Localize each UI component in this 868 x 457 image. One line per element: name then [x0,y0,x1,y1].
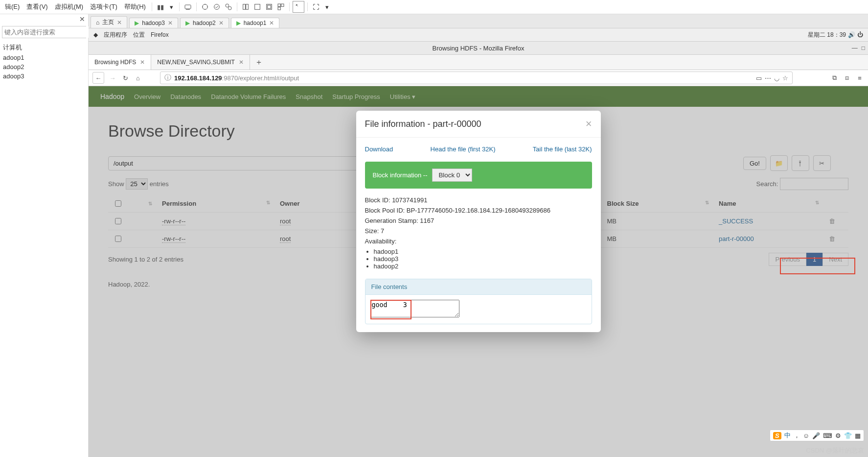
pocket-icon[interactable]: ◡ [774,74,779,82]
ime-face-icon[interactable]: ☺ [803,432,809,439]
tab-close-icon[interactable]: ✕ [168,20,173,26]
sidebar-tree: 计算机 adoop1 adoop2 adoop3 [0,40,88,83]
tab-label: hadoop1 [244,20,267,26]
firefox-newtab-icon[interactable]: ＋ [250,57,268,68]
bookmark-star-icon[interactable]: ☆ [782,74,788,82]
svg-rect-10 [278,4,280,6]
library-icon[interactable]: ⧈ [843,73,851,82]
tail-link[interactable]: Tail the file (last 32K) [533,145,592,153]
svg-rect-9 [268,5,271,9]
availability-node: hadoop3 [374,255,592,263]
nav-reload-icon[interactable]: ↻ [121,73,130,82]
gnome-volume-icon[interactable]: 🔊 [848,31,855,38]
tree-node[interactable]: adoop2 [3,62,85,72]
head-link[interactable]: Head the file (first 32K) [431,145,496,153]
ime-kb-icon[interactable]: ⌨ [823,432,832,439]
tab-close-icon[interactable]: ✕ [140,59,145,66]
svg-point-3 [226,4,229,7]
view-thumb-icon[interactable] [275,1,286,12]
gnome-apps-icon: ◆ [93,31,98,38]
firefox-tab[interactable]: NEW,NEW_SAVING,SUBMIT ✕ [151,55,250,70]
file-contents-panel: File contents good 3 [365,279,592,324]
modal-close-icon[interactable]: × [586,118,592,130]
svg-rect-5 [243,4,246,10]
vm-tab-hadoop2[interactable]: ▶ hadoop2 ✕ [180,18,229,28]
vm-tab-hadoop1[interactable]: ▶ hadoop1 ✕ [231,18,280,28]
file-contents-textarea[interactable]: good 3 [370,300,459,317]
file-contents-header: File contents [365,279,592,295]
nav-forward-icon[interactable]: → [108,73,117,82]
tab-close-icon[interactable]: ✕ [269,20,274,26]
ime-punc-icon[interactable]: ， [794,431,800,440]
window-minimize-icon[interactable]: — [852,45,858,51]
block-details: Block ID: 1073741991 Block Pool ID: BP-1… [365,196,592,270]
power-pause-icon[interactable]: ▮▮ [155,1,166,12]
snapshot-revert-icon[interactable] [211,1,222,12]
svg-rect-12 [278,7,280,10]
ime-grid-icon[interactable]: ▦ [855,432,861,439]
vm-tab-hadoop3[interactable]: ▶ hadoop3 ✕ [129,18,178,28]
tree-node[interactable]: adoop3 [3,72,85,81]
hamburger-menu-icon[interactable]: ≡ [855,73,864,82]
file-info-modal: File information - part-r-00000 × Downlo… [356,111,601,332]
ime-mic-icon[interactable]: 🎤 [812,432,820,439]
tab-close-icon[interactable]: ✕ [239,59,244,66]
snapshot-take-icon[interactable] [200,1,210,12]
gnome-power-icon[interactable]: ⏻ [857,31,863,38]
ime-toolbar[interactable]: S 中 ， ☺ 🎤 ⌨ ⚙ 👕 ▦ [770,430,864,441]
tree-node[interactable]: adoop1 [3,53,85,62]
window-maximize-icon[interactable]: □ [862,45,865,51]
nav-home-icon[interactable]: ⌂ [134,73,142,82]
menu-tabs[interactable]: 选项卡(T) [87,2,120,11]
menu-view[interactable]: 查看(V) [23,2,50,11]
reader-mode-icon[interactable]: ▭ [756,74,762,82]
availability-node: hadoop2 [374,263,592,270]
tab-label: Browsing HDFS [94,59,136,66]
download-link[interactable]: Download [365,145,393,153]
send-cad-icon[interactable] [183,1,193,12]
power-dropdown[interactable]: ▾ [167,3,176,11]
url-bar[interactable]: ⓘ 192.168.184.129:9870/explorer.html#/ou… [160,72,793,84]
sidebar-search[interactable]: ▾ [2,26,86,38]
sidebar-toggle-icon[interactable]: ⧉ [830,73,839,82]
view-unity-icon[interactable] [252,1,263,12]
vm-tab-home[interactable]: ⌂ 主页 ✕ [91,16,127,28]
vm-icon: ▶ [236,20,241,26]
page-actions-icon[interactable]: ⋯ [765,74,771,82]
block-select[interactable]: Block 0 [432,168,472,182]
nav-back-icon[interactable]: ← [92,72,104,84]
tab-close-icon[interactable]: ✕ [219,20,224,26]
svg-point-1 [203,4,208,10]
availability-node: hadoop1 [374,248,592,255]
ime-lang[interactable]: 中 [784,431,791,440]
sidebar-close-icon[interactable]: ✕ [0,14,88,24]
menu-help[interactable]: 帮助(H) [121,2,149,11]
menu-vm[interactable]: 虚拟机(M) [52,2,87,11]
tab-label: 主页 [102,18,114,26]
vm-tabs: ⌂ 主页 ✕ ▶ hadoop3 ✕ ▶ hadoop2 ✕ ▶ hadoop1… [89,14,868,28]
fullscreen-enter-icon[interactable] [293,1,304,13]
site-info-icon[interactable]: ⓘ [164,73,171,82]
host-menu-bar: 辑(E) 查看(V) 虚拟机(M) 选项卡(T) 帮助(H) ▮▮ ▾ ▾ [0,0,868,14]
view-console-icon[interactable] [264,1,274,12]
firefox-toolbar: ← → ↻ ⌂ ⓘ 192.168.184.129:9870/explorer.… [89,70,868,86]
gnome-apps-menu[interactable]: 应用程序 [104,31,127,39]
snapshot-manage-icon[interactable] [223,1,234,12]
tree-root[interactable]: 计算机 [3,42,85,53]
stretch-dropdown[interactable]: ▾ [322,3,332,11]
ime-skin-icon[interactable]: 👕 [844,432,852,439]
tab-close-icon[interactable]: ✕ [117,19,122,26]
svg-rect-11 [281,4,284,6]
gnome-firefox-item[interactable]: Firefox [151,31,169,38]
vm-icon: ▶ [135,20,139,26]
sidebar-search-input[interactable] [2,26,89,38]
firefox-tab[interactable]: Browsing HDFS ✕ [89,55,151,70]
menu-edit[interactable]: 辑(E) [2,2,23,11]
view-single-icon[interactable] [240,1,251,12]
firefox-tabs: Browsing HDFS ✕ NEW,NEW_SAVING,SUBMIT ✕ … [89,55,868,70]
ime-tools-icon[interactable]: ⚙ [835,432,841,439]
fullscreen-stretch-icon[interactable] [311,1,321,12]
home-icon: ⌂ [96,19,99,26]
gnome-places-menu[interactable]: 位置 [133,31,145,39]
block-info-label: Block information -- [373,171,428,179]
